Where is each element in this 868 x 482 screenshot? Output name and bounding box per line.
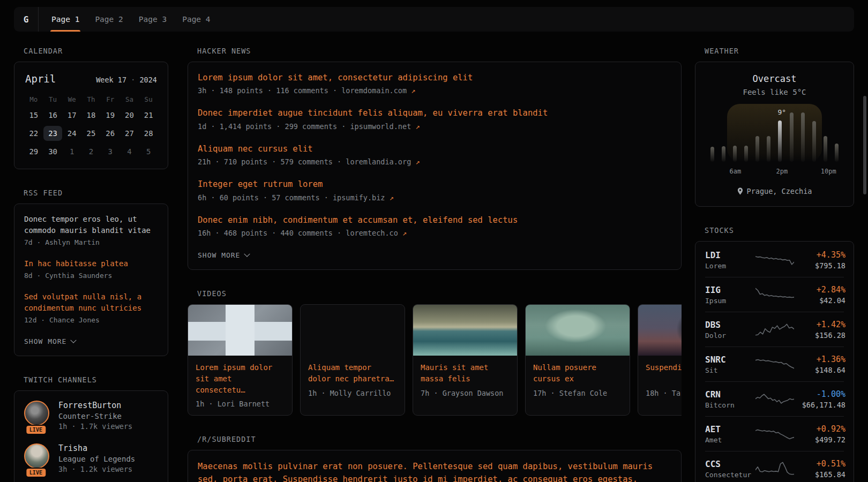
stock-change-percent: +1.42% <box>794 320 845 329</box>
twitch-card: LIVE ForrestBurton Counter-Strike 1h · 1… <box>14 390 168 482</box>
stock-change-percent: -1.00% <box>794 389 845 399</box>
hackernews-list: Lorem ipsum dolor sit amet, consectetur … <box>198 72 671 237</box>
rss-show-more-button[interactable]: SHOW MORE <box>24 337 76 345</box>
weather-section: WEATHER Overcast Feels like 5°C 9° 6am2p… <box>695 47 854 207</box>
video-author: 1h · Molly Carrillo <box>308 389 397 397</box>
weather-location: Prague, Czechia <box>705 187 844 195</box>
subreddit-post-title[interactable]: Maecenas mollis pulvinar erat non posuer… <box>198 460 671 482</box>
video-title[interactable]: Nullam posuere cursus ex <box>533 362 622 385</box>
stock-row[interactable]: DBS Dolor +1.42% $156.28 <box>705 312 844 347</box>
weather-bar <box>767 136 770 162</box>
stock-row[interactable]: LDI Lorem +4.35% $795.18 <box>705 243 844 277</box>
video-title[interactable]: Suspendisse diam <box>646 362 682 385</box>
external-link-icon[interactable]: ↗ <box>415 157 420 166</box>
stock-row[interactable]: SNRC Sit +1.36% $148.64 <box>705 347 844 382</box>
stock-symbol: SNRC <box>705 355 755 365</box>
stock-quote: +2.84% $42.04 <box>794 285 845 305</box>
stock-id: IIG Ipsum <box>705 285 755 305</box>
rss-item-meta: 8d · Cynthia Saunders <box>24 272 158 280</box>
hackernews-item-title[interactable]: Donec imperdiet augue tincidunt felis al… <box>198 107 671 119</box>
calendar-weekday: Tu <box>43 93 63 108</box>
stock-row[interactable]: IIG Ipsum +2.84% $42.04 <box>705 277 844 312</box>
weather-bar <box>778 120 782 162</box>
stock-row[interactable]: CRN Bitcorn -1.00% $66,171.48 <box>705 382 844 417</box>
right-column: WEATHER Overcast Feels like 5°C 9° 6am2p… <box>695 47 854 482</box>
calendar-day: 3 <box>101 144 120 159</box>
external-link-icon[interactable]: ↗ <box>415 122 420 131</box>
calendar-weekday: Su <box>139 93 158 108</box>
hackernews-item: Aliquam nec cursus elit 21h · 710 points… <box>198 143 671 166</box>
stock-quote: +4.35% $795.18 <box>794 250 845 270</box>
twitch-channel-row[interactable]: LIVE ForrestBurton Counter-Strike 1h · 1… <box>24 401 158 431</box>
video-title[interactable]: Lorem ipsum dolor sit amet consectetu… <box>196 362 285 396</box>
stock-id: LDI Lorem <box>705 250 755 270</box>
external-link-icon[interactable]: ↗ <box>402 229 407 237</box>
stock-change-percent: +0.51% <box>794 459 845 469</box>
hackernews-item-title[interactable]: Integer eget rutrum lorem <box>198 178 671 190</box>
stock-name: Dolor <box>705 332 755 340</box>
page-tab[interactable]: Page 2 <box>95 7 123 32</box>
hackernews-show-more-button[interactable]: SHOW MORE <box>198 251 249 259</box>
hackernews-item-title[interactable]: Donec enim nibh, condimentum et accumsan… <box>198 214 671 226</box>
stock-quote: +1.36% $148.64 <box>794 355 845 374</box>
weather-bar <box>733 146 737 162</box>
rss-section: RSS FEED Donec tempor eros leo, ut commo… <box>14 189 168 356</box>
stock-id: AET Amet <box>705 424 755 444</box>
video-card[interactable]: Lorem ipsum dolor sit amet consectetu… 1… <box>188 304 293 416</box>
stock-row[interactable]: AET Amet +0.92% $499.72 <box>705 417 844 451</box>
page-tab[interactable]: Page 1 <box>51 7 79 32</box>
video-card[interactable]: Suspendisse diam 18h · Tara <box>638 304 682 416</box>
rss-show-more-label: SHOW MORE <box>24 337 66 345</box>
channel-name[interactable]: Trisha <box>58 443 135 453</box>
video-title[interactable]: Aliquam tempor dolor nec pharetra… <box>308 362 397 385</box>
calendar-day: 27 <box>120 126 139 141</box>
video-thumbnail <box>526 305 630 356</box>
weather-time-label: 2pm <box>776 168 788 175</box>
calendar-day: 18 <box>81 108 101 123</box>
weather-feels-like: Feels like 5°C <box>705 88 844 96</box>
weather-time-axis: 6am2pm10pm <box>710 168 839 176</box>
stock-quote: +0.92% $499.72 <box>794 424 845 444</box>
rss-item-title[interactable]: Donec tempor eros leo, ut commodo mauris… <box>24 214 158 236</box>
rss-item-title[interactable]: Sed volutpat nulla nisl, a condimentum n… <box>24 291 158 314</box>
hackernews-item-title[interactable]: Aliquam nec cursus elit <box>198 143 671 155</box>
hackernews-item-meta: 16h · 468 points · 440 comments · loremt… <box>198 229 671 237</box>
channel-name[interactable]: ForrestBurton <box>58 401 132 410</box>
stock-row[interactable]: CCS Consectetur +0.51% $165.84 <box>705 451 844 482</box>
video-card[interactable]: Nullam posuere cursus ex 17h · Stefan Co… <box>525 304 630 416</box>
video-thumbnail <box>413 305 517 356</box>
rss-card: Donec tempor eros leo, ut commodo mauris… <box>14 204 168 356</box>
stocks-section-label: STOCKS <box>705 226 854 235</box>
hackernews-item-meta-text: 6h · 60 points · 57 comments · ipsumify.… <box>198 193 385 202</box>
page-tab-label: Page 3 <box>139 15 167 24</box>
weather-bar <box>790 112 794 162</box>
hackernews-section: HACKER NEWS Lorem ipsum dolor sit amet, … <box>188 47 682 270</box>
stock-sparkline <box>755 356 794 373</box>
app-logo[interactable]: G <box>14 7 39 32</box>
rss-item-title[interactable]: In hac habitasse platea <box>24 258 158 269</box>
weather-section-label: WEATHER <box>705 47 854 55</box>
video-card-row: Lorem ipsum dolor sit amet consectetu… 1… <box>188 304 682 416</box>
rss-item: Sed volutpat nulla nisl, a condimentum n… <box>24 291 158 324</box>
twitch-channel-list: LIVE ForrestBurton Counter-Strike 1h · 1… <box>24 401 158 482</box>
top-nav: G Page 1 Page 2 Page 3 Page 4 <box>14 7 854 32</box>
page-tab[interactable]: Page 3 <box>139 7 167 32</box>
video-thumbnail <box>188 305 292 356</box>
stock-id: CCS Consectetur <box>705 459 755 479</box>
calendar-weekday: We <box>62 93 81 108</box>
twitch-channel-row[interactable]: LIVE Trisha League of Legends 3h · 1.2k … <box>24 443 158 473</box>
page-tab[interactable]: Page 4 <box>182 7 210 32</box>
page-scrollbar[interactable] <box>863 96 866 194</box>
video-card[interactable]: Aliquam tempor dolor nec pharetra… 1h · … <box>300 304 405 416</box>
stock-quote: +0.51% $165.84 <box>794 459 845 479</box>
video-card[interactable]: Mauris sit amet massa felis 7h · Grayson… <box>413 304 518 416</box>
location-pin-icon <box>737 187 743 195</box>
external-link-icon[interactable]: ↗ <box>390 193 394 202</box>
stock-symbol: CRN <box>705 389 755 400</box>
weather-card: Overcast Feels like 5°C 9° 6am2pm10pm Pr… <box>695 62 854 207</box>
page-tab-label: Page 4 <box>182 15 210 24</box>
hackernews-item-title[interactable]: Lorem ipsum dolor sit amet, consectetur … <box>198 72 671 84</box>
external-link-icon[interactable]: ↗ <box>411 86 415 95</box>
video-title[interactable]: Mauris sit amet massa felis <box>421 362 510 385</box>
stock-price: $795.18 <box>794 261 845 270</box>
